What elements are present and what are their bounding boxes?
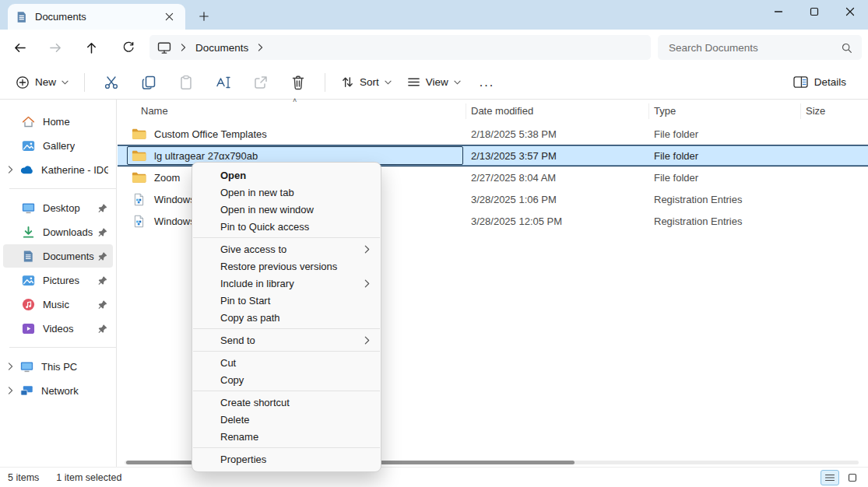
- chevron-right-icon[interactable]: [258, 44, 263, 51]
- search-box[interactable]: [658, 35, 862, 60]
- column-header-type[interactable]: Type: [649, 103, 801, 119]
- menu-item-pin-to-quick-access[interactable]: Pin to Quick access: [192, 218, 381, 235]
- pin-icon: [97, 251, 108, 261]
- menu-item-restore-previous-versions[interactable]: Restore previous versions: [192, 258, 381, 275]
- back-button[interactable]: [9, 37, 30, 58]
- menu-item-open[interactable]: Open: [192, 166, 381, 184]
- menu-item-rename[interactable]: Rename: [192, 428, 381, 445]
- menu-item-cut[interactable]: Cut: [192, 354, 381, 371]
- sidebar-item-onedrive[interactable]: Katherine - IDG Inc: [3, 158, 113, 181]
- file-name: lg ultragear 27αx790ab: [154, 150, 258, 162]
- sort-button[interactable]: Sort: [333, 71, 399, 93]
- menu-item-open-in-new-tab[interactable]: Open in new tab: [192, 184, 381, 201]
- new-label: New: [35, 76, 56, 88]
- view-button[interactable]: View: [399, 71, 469, 93]
- pin-icon: [97, 324, 108, 334]
- column-header-size[interactable]: Size: [801, 103, 868, 119]
- details-label: Details: [814, 76, 846, 88]
- file-name-cell[interactable]: Custom Office Templates: [118, 123, 466, 145]
- paste-button[interactable]: [167, 68, 205, 96]
- submenu-chevron-icon: [364, 245, 370, 254]
- sidebar-item-videos[interactable]: Videos: [3, 317, 113, 340]
- rename-icon: [215, 75, 232, 90]
- breadcrumb-documents[interactable]: Documents: [195, 42, 248, 54]
- sidebar-label: Documents: [43, 251, 94, 262]
- menu-item-pin-to-start[interactable]: Pin to Start: [192, 292, 381, 309]
- details-pane-icon: [793, 75, 808, 89]
- view-lines-icon: [407, 75, 420, 89]
- sidebar-item-home[interactable]: Home: [3, 110, 113, 133]
- file-date: 2/13/2025 3:57 PM: [466, 150, 649, 162]
- sidebar-label: This PC: [41, 361, 77, 373]
- sidebar-item-pictures[interactable]: Pictures: [3, 268, 113, 292]
- search-icon: [841, 42, 852, 54]
- more-options-button[interactable]: ...: [469, 75, 505, 89]
- sidebar-divider: [9, 347, 116, 348]
- search-input[interactable]: [667, 41, 841, 54]
- details-pane-button[interactable]: Details: [793, 75, 860, 89]
- music-icon: [22, 298, 35, 311]
- menu-item-delete[interactable]: Delete: [192, 411, 381, 428]
- details-view-toggle[interactable]: [821, 470, 839, 485]
- expand-chevron-icon[interactable]: [8, 166, 20, 173]
- breadcrumb[interactable]: Documents: [149, 35, 651, 60]
- view-label: View: [426, 76, 448, 88]
- menu-item-give-access-to[interactable]: Give access to: [192, 240, 381, 258]
- sidebar-item-documents[interactable]: Documents: [3, 244, 113, 268]
- chevron-down-icon: [385, 80, 392, 85]
- menu-item-send-to[interactable]: Send to: [192, 331, 381, 349]
- maximize-icon: [810, 7, 819, 16]
- sidebar-item-downloads[interactable]: Downloads: [3, 220, 113, 243]
- cut-button[interactable]: [93, 68, 130, 96]
- submenu-chevron-icon: [364, 279, 370, 288]
- file-type: Registration Entries: [649, 194, 801, 205]
- sidebar-label: Videos: [43, 323, 74, 335]
- titlebar: Documents: [0, 0, 868, 30]
- menu-item-copy[interactable]: Copy: [192, 371, 381, 388]
- context-menu: Open Open in new tab Open in new window …: [192, 162, 381, 472]
- trash-icon: [291, 75, 305, 90]
- menu-item-open-in-new-window[interactable]: Open in new window: [192, 201, 381, 218]
- file-type: File folder: [649, 172, 801, 184]
- maximize-button[interactable]: [796, 0, 832, 23]
- address-bar: Documents: [0, 30, 868, 65]
- menu-item-include-in-library[interactable]: Include in library: [192, 275, 381, 292]
- sidebar-item-network[interactable]: Network: [3, 379, 113, 402]
- share-button[interactable]: [242, 68, 279, 96]
- expand-chevron-icon[interactable]: [8, 387, 20, 394]
- large-icons-view-toggle[interactable]: [843, 470, 862, 485]
- sort-arrows-icon: [341, 75, 354, 89]
- file-row[interactable]: Custom Office Templates 2/18/2025 5:38 P…: [118, 123, 868, 145]
- sidebar-label: Music: [43, 299, 69, 310]
- explorer-tab-documents[interactable]: Documents: [8, 4, 185, 30]
- column-header-date-modified[interactable]: Date modified: [466, 103, 649, 119]
- menu-divider: [193, 328, 380, 329]
- sidebar-item-music[interactable]: Music: [3, 293, 113, 316]
- minimize-button[interactable]: [761, 0, 796, 23]
- column-header-name[interactable]: Name: [118, 103, 466, 119]
- refresh-button[interactable]: [118, 37, 139, 58]
- forward-button[interactable]: [45, 37, 65, 58]
- details-view-icon: [824, 472, 835, 483]
- menu-item-copy-as-path[interactable]: Copy as path: [192, 309, 381, 326]
- tab-close-icon[interactable]: [160, 9, 177, 26]
- new-button[interactable]: New: [8, 71, 76, 94]
- circle-plus-icon: [16, 75, 30, 89]
- pin-icon: [97, 300, 108, 310]
- menu-item-create-shortcut[interactable]: Create shortcut: [192, 394, 381, 411]
- copy-button[interactable]: [130, 68, 167, 96]
- sidebar-item-this-pc[interactable]: This PC: [3, 355, 113, 378]
- sort-label: Sort: [360, 76, 379, 88]
- file-date: 3/28/2025 12:05 PM: [466, 215, 649, 227]
- delete-button[interactable]: [279, 68, 317, 96]
- up-button[interactable]: [81, 37, 101, 58]
- rename-button[interactable]: [205, 68, 242, 96]
- folder-icon: [132, 171, 146, 184]
- sidebar-item-desktop[interactable]: Desktop: [3, 196, 113, 219]
- expand-chevron-icon[interactable]: [8, 363, 20, 370]
- sidebar-divider: [9, 188, 116, 189]
- sidebar-item-gallery[interactable]: Gallery: [3, 134, 113, 157]
- close-button[interactable]: [832, 0, 868, 23]
- new-tab-button[interactable]: [195, 7, 213, 26]
- menu-item-properties[interactable]: Properties: [192, 450, 381, 468]
